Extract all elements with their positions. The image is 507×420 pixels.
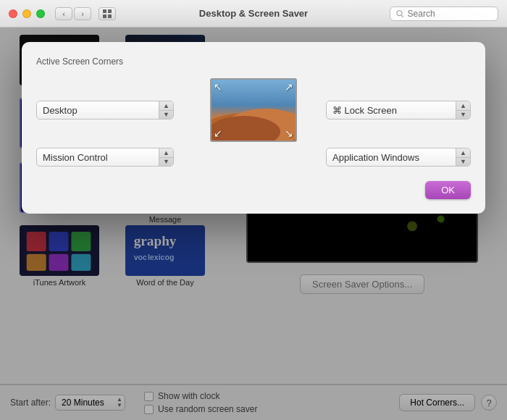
ok-button[interactable]: OK	[425, 181, 471, 199]
stepper-up-icon[interactable]: ▲	[159, 148, 173, 158]
bottom-right-arrow: ↘	[285, 128, 293, 138]
bottom-left-arrow: ↙	[214, 128, 222, 138]
top-left-value: Desktop	[43, 105, 77, 116]
bottom-right-corner[interactable]: Application Windows ▲ ▼	[326, 148, 471, 167]
svg-rect-3	[108, 14, 112, 18]
bottom-right-value: Application Windows	[332, 152, 419, 163]
search-box[interactable]	[390, 7, 498, 21]
top-left-corner[interactable]: Desktop ▲ ▼	[36, 101, 174, 119]
top-left-arrow: ↖	[214, 82, 222, 92]
grid-view-button[interactable]	[99, 7, 116, 20]
bottom-left-corner[interactable]: Mission Control ▲ ▼	[36, 148, 174, 167]
top-right-value: ⌘ Lock Screen	[332, 105, 397, 116]
window-title: Desktop & Screen Saver	[199, 8, 308, 19]
close-button[interactable]	[9, 9, 17, 18]
minimize-button[interactable]	[22, 9, 31, 18]
active-screen-corners-modal: Active Screen Corners Desktop ▲ ▼	[22, 42, 485, 214]
stepper-down-icon[interactable]: ▼	[159, 158, 173, 167]
stepper-up-icon[interactable]: ▲	[456, 101, 470, 111]
nav-buttons: ‹ ›	[55, 7, 116, 20]
top-right-arrow: ↗	[285, 82, 293, 92]
traffic-lights	[9, 9, 45, 18]
svg-rect-0	[103, 9, 106, 13]
bottom-left-value: Mission Control	[43, 152, 108, 163]
desktop-preview: ↖ ↗ ↙ ↘	[210, 78, 297, 142]
svg-rect-1	[108, 9, 112, 13]
stepper-down-icon[interactable]: ▼	[456, 158, 470, 167]
top-left-stepper[interactable]: ▲ ▼	[159, 101, 173, 119]
search-input[interactable]	[408, 9, 492, 19]
stepper-down-icon[interactable]: ▼	[456, 111, 470, 119]
svg-point-4	[397, 10, 402, 15]
svg-line-5	[401, 15, 403, 17]
stepper-up-icon[interactable]: ▲	[456, 148, 470, 158]
modal-overlay: Active Screen Corners Desktop ▲ ▼	[0, 28, 507, 420]
modal-footer: OK	[36, 181, 471, 199]
svg-rect-2	[103, 14, 106, 18]
corners-grid: Desktop ▲ ▼	[36, 78, 471, 167]
stepper-down-icon[interactable]: ▼	[159, 111, 173, 119]
back-button[interactable]: ‹	[55, 7, 72, 20]
stepper-up-icon[interactable]: ▲	[159, 101, 173, 111]
top-right-corner[interactable]: ⌘ Lock Screen ▲ ▼	[326, 101, 471, 119]
top-left-select[interactable]: Desktop ▲ ▼	[36, 101, 174, 119]
top-right-stepper[interactable]: ▲ ▼	[456, 101, 470, 119]
search-icon	[396, 9, 404, 18]
bottom-right-select[interactable]: Application Windows ▲ ▼	[326, 148, 471, 167]
bottom-right-stepper[interactable]: ▲ ▼	[456, 148, 470, 166]
forward-button[interactable]: ›	[74, 7, 91, 20]
desktop-image-preview: ↖ ↗ ↙ ↘	[210, 78, 297, 142]
maximize-button[interactable]	[36, 9, 45, 18]
modal-title: Active Screen Corners	[36, 56, 471, 67]
title-bar: ‹ › Desktop & Screen Saver	[0, 0, 507, 28]
top-right-select[interactable]: ⌘ Lock Screen ▲ ▼	[326, 101, 471, 119]
bottom-left-stepper[interactable]: ▲ ▼	[159, 148, 173, 166]
bottom-left-select[interactable]: Mission Control ▲ ▼	[36, 148, 174, 167]
